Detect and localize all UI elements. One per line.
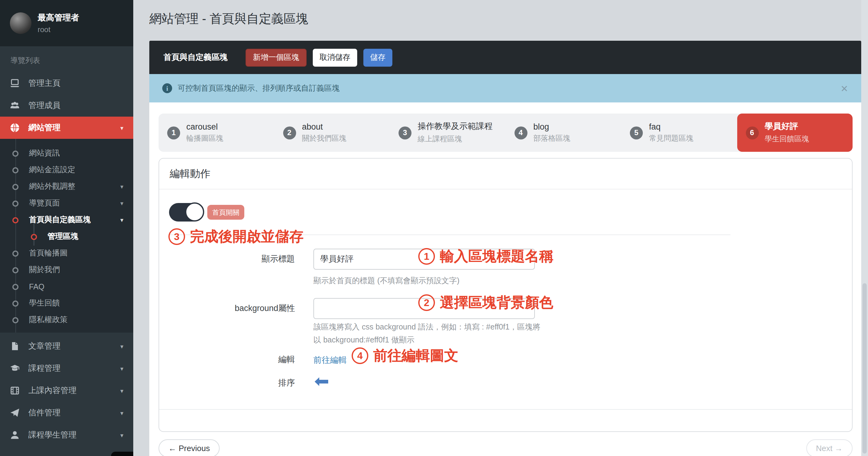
laptop-icon bbox=[10, 79, 20, 88]
background-help-line1: 該區塊將寫入 css background 語法，例如：填寫 : #eff0f1… bbox=[313, 321, 842, 334]
sidebar-item-label: 課程管理 bbox=[28, 363, 60, 374]
sidebar-subitem-label: 首頁與自定義區塊 bbox=[29, 215, 91, 225]
users-icon bbox=[10, 100, 20, 111]
sidebar-item-lesson-content[interactable]: 上課內容管理 bbox=[0, 379, 133, 402]
sidebar-subitem-label: 隱私權政策 bbox=[29, 315, 67, 325]
step-number-badge: 5 bbox=[630, 126, 643, 139]
step-carousel[interactable]: 1 carousel輪播圖區塊 bbox=[159, 114, 274, 152]
sidebar-item-dashboard[interactable]: 管理主頁 bbox=[0, 72, 133, 94]
card-footer bbox=[159, 409, 852, 431]
step-number-badge: 4 bbox=[514, 126, 527, 139]
sidebar-item-articles[interactable]: 文章管理 bbox=[0, 335, 133, 357]
go-edit-link[interactable]: 前往編輯 bbox=[313, 355, 347, 364]
info-text: 可控制首頁區塊的顯示、排列順序或自訂義區塊 bbox=[178, 83, 340, 93]
step-student-reviews[interactable]: 6 學員好評學生回饋區塊 bbox=[737, 114, 852, 152]
panel-body: 1 carousel輪播圖區塊 2 about關於我們區塊 3 操作教學及示範課… bbox=[149, 102, 861, 456]
app-window: 最高管理者 root 導覽列表 管理主頁 管理成員 網站管理 bbox=[0, 0, 868, 456]
sidebar-subitem-home-carousel[interactable]: 首頁輪播圖 bbox=[0, 245, 133, 262]
sidebar-subitem-label: 導覽頁面 bbox=[29, 198, 60, 209]
previous-button[interactable]: ← Previous bbox=[159, 439, 220, 456]
sidebar-subitem-about-us[interactable]: 關於我們 bbox=[0, 262, 133, 278]
homepage-toggle[interactable] bbox=[169, 203, 203, 221]
close-icon[interactable] bbox=[841, 84, 848, 93]
toggle-knob bbox=[185, 203, 204, 221]
background-attr-label: background屬性 bbox=[169, 298, 313, 319]
sidebar-item-courses[interactable]: 課程管理 bbox=[0, 357, 133, 379]
display-title-help: 顯示於首頁的標題 (不填寫會顯示預設文字) bbox=[313, 275, 842, 287]
sidebar-subitem-payment[interactable]: 網站金流設定 bbox=[0, 162, 133, 178]
background-input[interactable] bbox=[313, 298, 535, 319]
sort-left-arrow-icon[interactable] bbox=[313, 376, 330, 387]
step-number-badge: 1 bbox=[167, 126, 180, 139]
step-sublabel: 輪播圖區塊 bbox=[186, 133, 223, 144]
sidebar-subitem-label: 網站金流設定 bbox=[29, 165, 75, 175]
circle-icon bbox=[12, 300, 19, 306]
page-title: 網站管理 - 首頁與自定義區塊 bbox=[149, 10, 308, 27]
sidebar-item-label: 文章管理 bbox=[28, 341, 60, 352]
sidebar-item-website-management[interactable]: 網站管理 bbox=[0, 117, 133, 139]
sort-label: 排序 bbox=[169, 377, 313, 389]
step-sublabel: 線上課程區塊 bbox=[417, 134, 493, 144]
step-label: faq bbox=[649, 122, 693, 131]
sidebar-subitem-label: 管理區塊 bbox=[48, 232, 79, 242]
cancel-save-button[interactable]: 取消儲存 bbox=[313, 49, 357, 66]
chevron-down-icon bbox=[120, 183, 123, 190]
avatar bbox=[10, 12, 31, 34]
card-heading: 編輯動作 bbox=[159, 159, 852, 189]
next-button[interactable]: Next → bbox=[806, 439, 852, 456]
sidebar-subitem-homepage-blocks[interactable]: 首頁與自定義區塊 bbox=[0, 212, 133, 228]
background-help-line2: 以 background:#eff0f1 做顯示 bbox=[313, 334, 842, 347]
step-faq[interactable]: 5 faq常見問題區塊 bbox=[621, 114, 737, 152]
circle-icon bbox=[12, 267, 19, 273]
step-number-badge: 3 bbox=[399, 126, 411, 139]
step-about[interactable]: 2 about關於我們區塊 bbox=[274, 114, 390, 152]
circle-icon bbox=[31, 234, 37, 240]
sidebar-subitem-label: 網站外觀調整 bbox=[29, 181, 75, 192]
sidebar-item-label: 信件管理 bbox=[28, 407, 60, 418]
sidebar-subitem-nav-pages[interactable]: 導覽頁面 bbox=[0, 195, 133, 212]
steps-bar: 1 carousel輪播圖區塊 2 about關於我們區塊 3 操作教學及示範課… bbox=[159, 114, 852, 152]
info-icon bbox=[162, 83, 172, 93]
sidebar-subitem-site-info[interactable]: 網站資訊 bbox=[0, 145, 133, 162]
main-content: 網站管理 - 首頁與自定義區塊 首頁與自定義區塊 新增一個區塊 取消儲存 儲存 … bbox=[133, 0, 868, 456]
globe-icon bbox=[10, 123, 20, 133]
sidebar-subitem-manage-blocks[interactable]: 管理區塊 bbox=[0, 228, 133, 245]
save-button[interactable]: 儲存 bbox=[363, 49, 392, 66]
toolbar: 首頁與自定義區塊 新增一個區塊 取消儲存 儲存 bbox=[149, 41, 861, 74]
edit-card: 編輯動作 首頁開關 顯示標題 顯示於首頁的標題 (不填寫會顯示預設文字) bbox=[159, 158, 852, 432]
display-title-input[interactable] bbox=[313, 249, 535, 270]
step-label: 學員好評 bbox=[765, 121, 809, 132]
edit-label: 編輯 bbox=[169, 354, 313, 365]
sidebar-item-mail[interactable]: 信件管理 bbox=[0, 402, 133, 424]
chevron-down-icon bbox=[120, 409, 123, 416]
sidebar-item-members[interactable]: 管理成員 bbox=[0, 94, 133, 117]
step-tutorial-courses[interactable]: 3 操作教學及示範課程線上課程區塊 bbox=[390, 114, 505, 152]
step-blog[interactable]: 4 blog部落格區塊 bbox=[505, 114, 621, 152]
step-sublabel: 常見問題區塊 bbox=[649, 133, 693, 144]
sidebar-subitem-student-feedback[interactable]: 學生回饋 bbox=[0, 295, 133, 312]
step-sublabel: 關於我們區塊 bbox=[302, 133, 346, 144]
homepage-toggle-row: 首頁開關 bbox=[169, 203, 842, 221]
sidebar-subitem-appearance[interactable]: 網站外觀調整 bbox=[0, 178, 133, 195]
scrollbar-track[interactable] bbox=[861, 0, 868, 456]
user-role: root bbox=[38, 25, 79, 34]
file-icon bbox=[10, 341, 20, 351]
circle-icon bbox=[12, 317, 19, 323]
sidebar-section-label: 導覽列表 bbox=[0, 46, 133, 72]
sidebar-subitem-faq[interactable]: FAQ bbox=[0, 278, 133, 295]
sidebar-subitem-privacy[interactable]: 隱私權政策 bbox=[0, 312, 133, 328]
step-label: carousel bbox=[186, 122, 223, 131]
sidebar-item-course-students[interactable]: 課程學生管理 bbox=[0, 424, 133, 446]
sidebar-item-label: 管理成員 bbox=[28, 100, 60, 111]
step-number-badge: 2 bbox=[283, 126, 296, 139]
circle-icon bbox=[12, 184, 19, 190]
sidebar-subitem-label: 網站資訊 bbox=[29, 148, 60, 159]
step-label: about bbox=[302, 122, 346, 131]
circle-icon bbox=[12, 150, 19, 156]
scrollbar-thumb[interactable] bbox=[863, 283, 867, 454]
sidebar: 最高管理者 root 導覽列表 管理主頁 管理成員 網站管理 bbox=[0, 0, 133, 456]
add-block-button[interactable]: 新增一個區塊 bbox=[246, 49, 307, 66]
sidebar-item-label: 課程學生管理 bbox=[28, 429, 76, 440]
info-bar: 可控制首頁區塊的顯示、排列順序或自訂義區塊 bbox=[149, 74, 861, 102]
chevron-down-icon bbox=[120, 365, 123, 372]
